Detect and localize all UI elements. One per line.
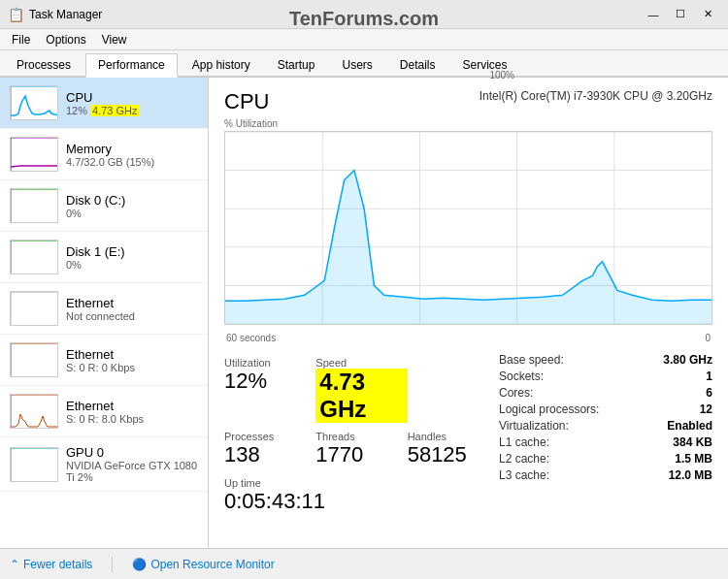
fewer-details-button[interactable]: ⌃ Fewer details — [10, 558, 92, 571]
chart-max-label: 100% — [489, 78, 514, 80]
right-stat-row-4: Virtualization:Enabled — [499, 419, 712, 433]
uptime-label: Up time — [224, 477, 499, 489]
tab-details[interactable]: Details — [387, 53, 448, 76]
speed-value: 4.73 GHz — [315, 369, 407, 423]
sidebar-graph-1 — [10, 137, 58, 172]
cpu-chart — [224, 131, 712, 325]
menu-item-options[interactable]: Options — [38, 31, 93, 48]
threads-label: Threads — [315, 431, 407, 442]
right-stat-row-5: L1 cache:384 KB — [499, 435, 712, 449]
sidebar-item-5[interactable]: EthernetS: 0 R: 0 Kbps — [0, 335, 208, 386]
sidebar-graph-4 — [10, 291, 58, 326]
sidebar-graph-7 — [10, 447, 58, 482]
tab-users[interactable]: Users — [329, 53, 384, 76]
right-stat-label-0: Base speed: — [499, 353, 564, 367]
sidebar-graph-6 — [10, 394, 58, 429]
svg-rect-10 — [11, 343, 58, 377]
tabs: ProcessesPerformanceApp historyStartupUs… — [0, 50, 728, 78]
right-stat-value-2: 6 — [706, 386, 712, 400]
right-stat-label-1: Sockets: — [499, 370, 544, 383]
right-stat-label-3: Logical processors: — [499, 402, 599, 416]
sidebar-item-name-1: Memory — [66, 142, 198, 156]
sidebar-graph-5 — [10, 342, 58, 377]
close-button[interactable]: ✕ — [695, 5, 720, 24]
svg-rect-14 — [11, 448, 58, 482]
sidebar-item-1[interactable]: Memory4.7/32.0 GB (15%) — [0, 129, 208, 180]
sidebar-item-sub-7: NVIDIA GeForce GTX 1080 Ti 2% — [66, 460, 198, 483]
sidebar-item-name-2: Disk 0 (C:) — [66, 193, 198, 208]
right-stat-label-7: L3 cache: — [499, 468, 549, 482]
right-stat-row-7: L3 cache:12.0 MB — [499, 468, 712, 482]
title-bar-text: Task Manager — [29, 8, 641, 21]
speed-label: Speed — [315, 357, 407, 369]
handles-label: Handles — [408, 431, 499, 442]
menu-bar: FileOptionsView — [0, 29, 728, 50]
svg-rect-12 — [11, 395, 58, 429]
open-resource-monitor-button[interactable]: 🔵 Open Resource Monitor — [132, 558, 274, 571]
sidebar-item-0[interactable]: CPU12% 4.73 GHz — [0, 78, 208, 129]
utilization-label: Utilization — [224, 357, 315, 369]
svg-rect-8 — [11, 292, 58, 326]
title-bar: 📋 Task Manager — ☐ ✕ — [0, 0, 728, 29]
tab-processes[interactable]: Processes — [4, 53, 83, 76]
right-stat-value-3: 12 — [700, 402, 712, 416]
tab-startup[interactable]: Startup — [265, 53, 328, 76]
sidebar-item-2[interactable]: Disk 0 (C:)0% — [0, 180, 208, 232]
sidebar-item-sub-0: 12% 4.73 GHz — [66, 105, 198, 116]
svg-rect-6 — [11, 241, 58, 274]
sidebar-item-7[interactable]: GPU 0NVIDIA GeForce GTX 1080 Ti 2% — [0, 437, 208, 492]
sidebar-graph-2 — [10, 188, 58, 223]
sidebar-item-name-4: Ethernet — [66, 296, 198, 310]
tab-app-history[interactable]: App history — [180, 53, 263, 76]
uptime-value: 0:05:43:11 — [224, 489, 499, 514]
sidebar-graph-0 — [10, 85, 58, 120]
sidebar-item-name-0: CPU — [66, 90, 198, 105]
right-stat-label-6: L2 cache: — [499, 452, 549, 466]
footer: ⌃ Fewer details 🔵 Open Resource Monitor — [0, 548, 728, 579]
content-area: CPU Intel(R) Core(TM) i7-3930K CPU @ 3.2… — [209, 78, 728, 548]
right-stat-label-5: L1 cache: — [499, 435, 549, 449]
minimize-button[interactable]: — — [641, 5, 666, 24]
sidebar-item-name-6: Ethernet — [66, 399, 198, 413]
menu-item-view[interactable]: View — [94, 31, 135, 48]
right-stat-value-7: 12.0 MB — [669, 468, 712, 482]
title-bar-icon: 📋 — [8, 7, 23, 22]
svg-rect-4 — [11, 189, 58, 223]
right-stat-row-0: Base speed:3.80 GHz — [499, 353, 712, 367]
chevron-up-icon: ⌃ — [10, 558, 19, 571]
right-stat-row-3: Logical processors:12 — [499, 402, 712, 416]
sidebar-item-name-3: Disk 1 (E:) — [66, 244, 198, 259]
sidebar-item-sub-6: S: 0 R: 8.0 Kbps — [66, 413, 198, 425]
svg-rect-0 — [11, 86, 58, 120]
sidebar-item-sub-3: 0% — [66, 259, 198, 271]
tab-performance[interactable]: Performance — [85, 53, 178, 78]
utilization-value: 12% — [224, 369, 315, 394]
right-stat-value-0: 3.80 GHz — [663, 353, 712, 367]
right-stat-value-5: 384 KB — [673, 435, 712, 449]
right-stat-row-2: Cores:6 — [499, 386, 712, 400]
sidebar: CPU12% 4.73 GHzMemory4.7/32.0 GB (15%)Di… — [0, 78, 209, 548]
right-stat-value-6: 1.5 MB — [675, 452, 712, 466]
sidebar-item-sub-5: S: 0 R: 0 Kbps — [66, 362, 198, 373]
threads-value: 1770 — [315, 442, 407, 467]
sidebar-item-6[interactable]: EthernetS: 0 R: 8.0 Kbps — [0, 386, 208, 437]
chart-y-label: % Utilization — [224, 118, 712, 129]
right-stat-value-1: 1 — [706, 370, 712, 383]
right-stat-value-4: Enabled — [667, 419, 712, 433]
resource-monitor-icon: 🔵 — [132, 558, 147, 571]
maximize-button[interactable]: ☐ — [668, 5, 693, 24]
right-stat-row-6: L2 cache:1.5 MB — [499, 452, 712, 466]
right-stat-row-1: Sockets:1 — [499, 370, 712, 383]
cpu-model: Intel(R) Core(TM) i7-3930K CPU @ 3.20GHz — [480, 89, 712, 103]
menu-item-file[interactable]: File — [4, 31, 38, 48]
right-stat-label-4: Virtualization: — [499, 419, 569, 433]
sidebar-item-4[interactable]: EthernetNot connected — [0, 283, 208, 335]
chart-x-right: 0 — [705, 333, 711, 343]
sidebar-item-3[interactable]: Disk 1 (E:)0% — [0, 232, 208, 283]
sidebar-item-sub-2: 0% — [66, 208, 198, 219]
processes-value: 138 — [224, 442, 315, 467]
cpu-title: CPU — [224, 89, 269, 114]
chart-x-left: 60 seconds — [226, 333, 276, 343]
right-stat-label-2: Cores: — [499, 386, 533, 400]
handles-value: 58125 — [408, 442, 499, 467]
